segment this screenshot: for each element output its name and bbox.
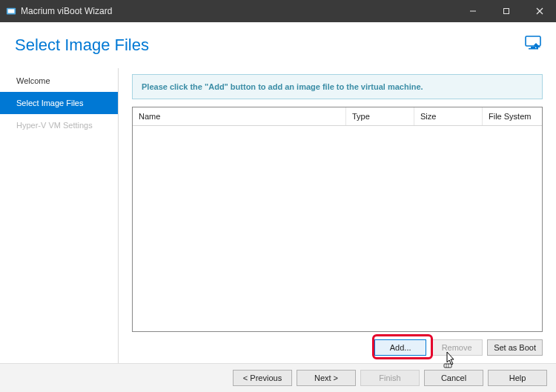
window-title: Macrium viBoot Wizard bbox=[21, 6, 456, 16]
column-header-type[interactable]: Type bbox=[346, 107, 414, 125]
app-icon bbox=[6, 6, 16, 16]
svg-rect-1 bbox=[8, 9, 15, 13]
finish-button: Finish bbox=[360, 370, 420, 386]
svg-rect-8 bbox=[529, 48, 537, 50]
remove-button: Remove bbox=[431, 339, 483, 356]
image-files-table: Name Type Size File System bbox=[132, 107, 543, 332]
title-bar: Macrium viBoot Wizard bbox=[0, 0, 556, 22]
wizard-header: Select Image Files bbox=[0, 22, 556, 68]
svg-rect-6 bbox=[526, 36, 540, 46]
add-button[interactable]: Add... bbox=[374, 339, 426, 356]
sidebar-item-select-image-files[interactable]: Select Image Files bbox=[0, 92, 118, 114]
main-panel: Please click the "Add" button to add an … bbox=[119, 68, 556, 363]
table-body bbox=[133, 126, 542, 331]
sidebar-item-hyperv-settings: Hyper-V VM Settings bbox=[0, 114, 118, 136]
monitor-icon bbox=[525, 36, 543, 50]
column-header-size[interactable]: Size bbox=[414, 107, 483, 125]
cancel-button[interactable]: Cancel bbox=[424, 370, 483, 386]
set-as-boot-button[interactable]: Set as Boot bbox=[487, 339, 543, 356]
column-header-file-system[interactable]: File System bbox=[483, 107, 542, 125]
info-message: Please click the "Add" button to add an … bbox=[132, 74, 543, 99]
maximize-button[interactable] bbox=[489, 0, 523, 22]
column-header-name[interactable]: Name bbox=[133, 107, 346, 125]
table-header: Name Type Size File System bbox=[133, 107, 542, 126]
wizard-footer: < Previous Next > Finish Cancel Help bbox=[0, 364, 556, 392]
wizard-steps-sidebar: Welcome Select Image Files Hyper-V VM Se… bbox=[0, 68, 119, 363]
help-button[interactable]: Help bbox=[488, 370, 547, 386]
minimize-button[interactable] bbox=[456, 0, 489, 22]
next-button[interactable]: Next > bbox=[297, 370, 356, 386]
table-actions: Add... Remove Set as Boot bbox=[132, 332, 543, 357]
svg-rect-7 bbox=[531, 47, 535, 48]
page-title: Select Image Files bbox=[15, 36, 525, 55]
close-button[interactable] bbox=[523, 0, 556, 22]
previous-button[interactable]: < Previous bbox=[233, 370, 292, 386]
svg-rect-3 bbox=[503, 9, 509, 14]
sidebar-item-welcome[interactable]: Welcome bbox=[0, 70, 118, 92]
